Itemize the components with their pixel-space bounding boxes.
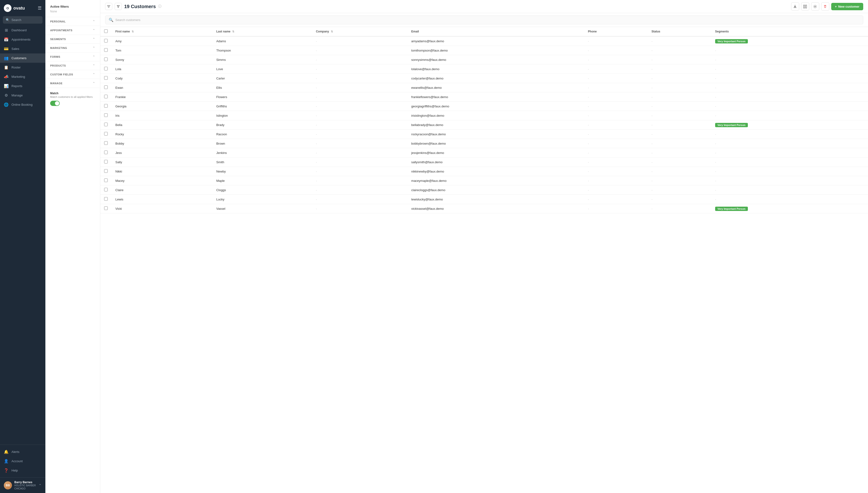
table-row[interactable]: Sonny Simms - sonnysimms@faux.demo - - - bbox=[100, 55, 868, 64]
cell-email: sallysmith@faux.demo bbox=[407, 157, 584, 167]
sidebar-label-alerts: Alerts bbox=[12, 450, 19, 454]
cell-company: - bbox=[312, 102, 407, 111]
row-checkbox[interactable] bbox=[104, 178, 108, 182]
sidebar-item-reports[interactable]: 📊 Reports bbox=[0, 81, 45, 91]
cell-segments: - bbox=[711, 92, 868, 102]
row-checkbox[interactable] bbox=[104, 113, 108, 117]
filter-section-marketing[interactable]: MARKETING ⌃ bbox=[45, 43, 100, 52]
sidebar-item-alerts[interactable]: 🔔 Alerts bbox=[0, 447, 45, 456]
col-segments[interactable]: Segments bbox=[711, 27, 868, 36]
sidebar-item-manage[interactable]: ⚙ Manage bbox=[0, 91, 45, 100]
cell-status: - bbox=[648, 176, 711, 186]
cell-first-name: Bella bbox=[112, 120, 213, 130]
row-checkbox[interactable] bbox=[104, 123, 108, 126]
row-checkbox[interactable] bbox=[104, 141, 108, 145]
table-row[interactable]: Lewis Lucky - lewislucky@faux.demo - - - bbox=[100, 195, 868, 204]
filter-section-label-appointments: APPOINTMENTS bbox=[50, 29, 73, 32]
sidebar-item-account[interactable]: 👤 Account bbox=[0, 456, 45, 466]
filter-chevron-segments: ⌃ bbox=[93, 37, 95, 41]
sidebar-item-roster[interactable]: 📋 Roster bbox=[0, 63, 45, 72]
table-row[interactable]: Rocky Racoon - rockyracoon@faux.demo - -… bbox=[100, 130, 868, 139]
filter-toggle-button[interactable] bbox=[105, 3, 112, 10]
row-checkbox[interactable] bbox=[104, 151, 108, 154]
new-customer-button[interactable]: + New customer bbox=[831, 3, 863, 10]
row-checkbox[interactable] bbox=[104, 58, 108, 61]
table-row[interactable]: Macey Maple - maceymaple@faux.demo - - - bbox=[100, 176, 868, 186]
cell-checkbox bbox=[100, 204, 112, 213]
sidebar-item-help[interactable]: ❓ Help bbox=[0, 466, 45, 475]
table-row[interactable]: Claire Cloggs - clairecloggs@faux.demo -… bbox=[100, 186, 868, 195]
columns-button[interactable] bbox=[801, 2, 809, 10]
table-row[interactable]: Georgia Griffiths - georgiagriffiths@fau… bbox=[100, 102, 868, 111]
row-checkbox[interactable] bbox=[104, 48, 108, 52]
settings-button[interactable] bbox=[811, 2, 819, 10]
filter-section-custom-fields[interactable]: CUSTOM FIELDS ⌃ bbox=[45, 70, 100, 79]
sidebar-item-appointments[interactable]: 📅 Appointments bbox=[0, 35, 45, 44]
export-button[interactable] bbox=[791, 2, 799, 10]
cell-email: lewislucky@faux.demo bbox=[407, 195, 584, 204]
sidebar-label-appointments: Appointments bbox=[12, 38, 31, 41]
sidebar-item-dashboard[interactable]: ⊞ Dashboard bbox=[0, 25, 45, 35]
sidebar-search[interactable]: 🔍 Search bbox=[3, 16, 42, 24]
filter-section-forms[interactable]: FORMS ⌃ bbox=[45, 52, 100, 61]
sidebar-item-marketing[interactable]: 📣 Marketing bbox=[0, 72, 45, 81]
row-checkbox[interactable] bbox=[104, 160, 108, 164]
row-checkbox[interactable] bbox=[104, 132, 108, 135]
table-row[interactable]: Cody Carter - codycarter@faux.demo - - - bbox=[100, 74, 868, 83]
filter-section-personal[interactable]: PERSONAL ⌃ bbox=[45, 17, 100, 26]
filter-match: Match Match customers to all applied fil… bbox=[45, 88, 100, 110]
cell-phone: - bbox=[584, 204, 648, 213]
sidebar-item-customers[interactable]: 👥 Customers bbox=[0, 53, 45, 63]
col-email[interactable]: Email bbox=[407, 27, 584, 36]
info-icon[interactable]: ⓘ bbox=[158, 4, 161, 8]
table-row[interactable]: Bella Brady - bellabrady@faux.demo - - V… bbox=[100, 120, 868, 130]
col-status[interactable]: Status bbox=[648, 27, 711, 36]
row-checkbox[interactable] bbox=[104, 67, 108, 70]
row-checkbox[interactable] bbox=[104, 39, 108, 42]
filter-section-appointments[interactable]: APPOINTMENTS ⌃ bbox=[45, 26, 100, 35]
table-row[interactable]: Ewan Ellis - ewanellis@faux.demo - - - bbox=[100, 83, 868, 92]
select-all-checkbox[interactable] bbox=[104, 29, 108, 33]
sidebar-item-sales[interactable]: 💳 Sales bbox=[0, 44, 45, 53]
row-checkbox[interactable] bbox=[104, 169, 108, 173]
cell-email: maceymaple@faux.demo bbox=[407, 176, 584, 186]
row-checkbox[interactable] bbox=[104, 188, 108, 191]
table-row[interactable]: Tom Thompson - tomthompson@faux.demo - -… bbox=[100, 46, 868, 55]
menu-toggle-icon[interactable]: ☰ bbox=[38, 5, 42, 11]
filter-none-label: None bbox=[45, 9, 100, 17]
filter-icon-button[interactable] bbox=[115, 3, 122, 10]
cell-segments: - bbox=[711, 157, 868, 167]
filter-section-segments[interactable]: SEGMENTS ⌃ bbox=[45, 35, 100, 43]
table-row[interactable]: Vicki Vassel - vickivassel@faux.demo - -… bbox=[100, 204, 868, 213]
row-checkbox[interactable] bbox=[104, 95, 108, 98]
col-company[interactable]: Company ⇅ bbox=[312, 27, 407, 36]
table-row[interactable]: Amy Adams - amyadams@faux.demo - - Very … bbox=[100, 36, 868, 46]
cell-checkbox bbox=[100, 74, 112, 83]
filter-section-products[interactable]: PRODUCTS ⌃ bbox=[45, 61, 100, 70]
cell-phone: - bbox=[584, 92, 648, 102]
row-checkbox[interactable] bbox=[104, 76, 108, 80]
delete-button[interactable] bbox=[821, 2, 829, 10]
row-checkbox[interactable] bbox=[104, 85, 108, 89]
table-row[interactable]: Bobby Brown - bobbybrown@faux.demo - - - bbox=[100, 139, 868, 148]
cell-email: bellabrady@faux.demo bbox=[407, 120, 584, 130]
table-row[interactable]: Frankie Flowers - frankieflowers@faux.de… bbox=[100, 92, 868, 102]
table-row[interactable]: Lola Love - lolalove@faux.demo - - - bbox=[100, 64, 868, 74]
row-checkbox[interactable] bbox=[104, 197, 108, 201]
filter-section-manage[interactable]: MANAGE ⌃ bbox=[45, 79, 100, 88]
row-checkbox[interactable] bbox=[104, 104, 108, 108]
col-first-name[interactable]: First name ⇅ bbox=[112, 27, 213, 36]
sidebar-item-online-booking[interactable]: 🌐 Online Booking bbox=[0, 100, 45, 109]
table-row[interactable]: Iris Islington - irisislington@faux.demo… bbox=[100, 111, 868, 120]
cell-email: nikkinewby@faux.demo bbox=[407, 167, 584, 176]
col-last-name[interactable]: Last name ⇅ bbox=[213, 27, 312, 36]
sidebar-user[interactable]: BB Barry Barnes HOLISTIC BARBER CHICAGO … bbox=[0, 477, 45, 493]
table-row[interactable]: Jess Jenkins - jessjenkins@faux.demo - -… bbox=[100, 148, 868, 157]
search-input[interactable] bbox=[115, 18, 860, 22]
cell-checkbox bbox=[100, 120, 112, 130]
col-phone[interactable]: Phone bbox=[584, 27, 648, 36]
table-row[interactable]: Nikki Newby - nikkinewby@faux.demo - - - bbox=[100, 167, 868, 176]
row-checkbox[interactable] bbox=[104, 207, 108, 210]
filter-match-toggle[interactable] bbox=[50, 101, 60, 106]
table-row[interactable]: Sally Smith - sallysmith@faux.demo - - - bbox=[100, 157, 868, 167]
